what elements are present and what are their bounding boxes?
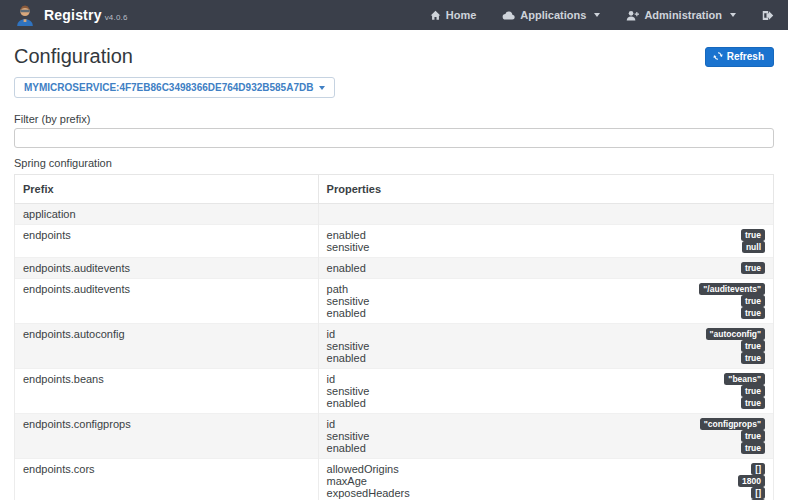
property-name: id <box>327 328 336 340</box>
table-row: endpoints.beansid"beans"sensitivetrueena… <box>15 369 774 414</box>
nav-item-home[interactable]: Home <box>430 9 477 21</box>
property-line: id"autoconfig" <box>327 328 765 340</box>
table-row: endpoints.auditeventspath"/auditevents"s… <box>15 279 774 324</box>
property-value-badge: true <box>741 262 765 274</box>
nav-item-signout[interactable] <box>762 10 774 21</box>
refresh-label: Refresh <box>727 51 764 62</box>
main-content: Configuration Refresh MYMICROSERVICE:4F7… <box>0 45 788 500</box>
property-line: sensitivenull <box>327 241 765 253</box>
prefix-cell: endpoints.autoconfig <box>15 324 319 369</box>
table-row: application <box>15 204 774 225</box>
nav-item-label: Home <box>446 9 477 21</box>
property-value-badge: true <box>741 229 765 241</box>
column-header-prefix: Prefix <box>15 175 319 204</box>
property-value-badge: "/auditevents" <box>699 283 765 295</box>
property-name: enabled <box>327 352 366 364</box>
property-name: sensitive <box>327 340 370 352</box>
property-name: id <box>327 373 336 385</box>
app-version: v4.0.6 <box>105 13 128 22</box>
property-value-badge: "configprops" <box>700 418 765 430</box>
property-line: sensitivetrue <box>327 385 765 397</box>
nav-item-label: Applications <box>520 9 586 21</box>
property-value-badge: "autoconfig" <box>706 328 766 340</box>
property-name: sensitive <box>327 385 370 397</box>
nav-menu: HomeApplicationsAdministration <box>430 9 774 21</box>
nav-item-applications[interactable]: Applications <box>502 9 600 21</box>
navbar: Registryv4.0.6 HomeApplicationsAdministr… <box>0 0 788 30</box>
property-line: enabledtrue <box>327 307 765 319</box>
property-line: enabledtrue <box>327 397 765 409</box>
sign-out-icon <box>762 10 774 21</box>
property-value-badge: "beans" <box>724 373 765 385</box>
property-value-badge: true <box>741 307 765 319</box>
nav-item-administration[interactable]: Administration <box>626 9 736 21</box>
refresh-button[interactable]: Refresh <box>705 47 774 67</box>
property-line: allowedOrigins[] <box>327 463 765 475</box>
refresh-icon <box>713 51 723 61</box>
property-value-badge: null <box>742 241 765 253</box>
property-name: enabled <box>327 307 366 319</box>
chevron-down-icon <box>319 86 325 90</box>
chevron-down-icon <box>594 13 600 17</box>
home-icon <box>430 10 441 21</box>
properties-cell <box>318 204 773 225</box>
nav-item-label: Administration <box>644 9 722 21</box>
property-value-badge: true <box>741 385 765 397</box>
filter-label: Filter (by prefix) <box>14 113 774 125</box>
property-name: enabled <box>327 229 366 241</box>
table-header-row: Prefix Properties <box>15 175 774 204</box>
prefix-cell: endpoints.auditevents <box>15 279 319 324</box>
property-line: enabledtrue <box>327 229 765 241</box>
table-row: endpoints.corsallowedOrigins[]maxAge1800… <box>15 459 774 500</box>
property-name: sensitive <box>327 241 370 253</box>
column-header-properties: Properties <box>318 175 773 204</box>
property-line: enabledtrue <box>327 352 765 364</box>
table-row: endpoints.auditeventsenabledtrue <box>15 258 774 279</box>
prefix-cell: endpoints.auditevents <box>15 258 319 279</box>
property-line: id"beans" <box>327 373 765 385</box>
property-value-badge: true <box>741 352 765 364</box>
user-avatar-icon <box>14 4 36 26</box>
property-line: maxAge1800 <box>327 475 765 487</box>
user-plus-icon <box>626 10 639 21</box>
property-name: exposedHeaders <box>327 487 410 499</box>
property-name: maxAge <box>327 475 367 487</box>
table-row: endpoints.autoconfigid"autoconfig"sensit… <box>15 324 774 369</box>
prefix-cell: application <box>15 204 319 225</box>
properties-cell: enabledtruesensitivenull <box>318 225 773 258</box>
property-name: sensitive <box>327 295 370 307</box>
property-value-badge: true <box>741 442 765 454</box>
property-line: exposedHeaders[] <box>327 487 765 499</box>
property-value-badge: true <box>741 397 765 409</box>
spring-configuration-table: Prefix Properties applicationendpointsen… <box>14 174 774 500</box>
property-value-badge: [] <box>751 487 765 499</box>
property-name: sensitive <box>327 430 370 442</box>
filter-input[interactable] <box>14 128 774 148</box>
property-value-badge: true <box>741 430 765 442</box>
property-value-badge: true <box>741 295 765 307</box>
table-row: endpointsenabledtruesensitivenull <box>15 225 774 258</box>
properties-cell: id"beans"sensitivetrueenabledtrue <box>318 369 773 414</box>
prefix-cell: endpoints.configprops <box>15 414 319 459</box>
instance-selector-dropdown[interactable]: MYMICROSERVICE:4F7EB86C3498366DE764D932B… <box>14 77 335 98</box>
property-name: allowedOrigins <box>327 463 399 475</box>
chevron-down-icon <box>730 13 736 17</box>
property-value-badge: [] <box>751 463 765 475</box>
properties-cell: path"/auditevents"sensitivetrueenabledtr… <box>318 279 773 324</box>
properties-cell: id"configprops"sensitivetrueenabledtrue <box>318 414 773 459</box>
property-name: enabled <box>327 262 366 274</box>
property-value-badge: 1800 <box>738 475 765 487</box>
property-line: sensitivetrue <box>327 340 765 352</box>
brand[interactable]: Registryv4.0.6 <box>14 4 128 26</box>
property-line: sensitivetrue <box>327 430 765 442</box>
page-title: Configuration <box>14 45 133 68</box>
properties-cell: enabledtrue <box>318 258 773 279</box>
property-line: path"/auditevents" <box>327 283 765 295</box>
property-line: enabledtrue <box>327 262 765 274</box>
property-line: id"configprops" <box>327 418 765 430</box>
properties-cell: id"autoconfig"sensitivetrueenabledtrue <box>318 324 773 369</box>
cloud-icon <box>502 10 515 21</box>
app-title: Registryv4.0.6 <box>44 7 128 23</box>
section-label: Spring configuration <box>14 157 774 169</box>
property-name: path <box>327 283 348 295</box>
